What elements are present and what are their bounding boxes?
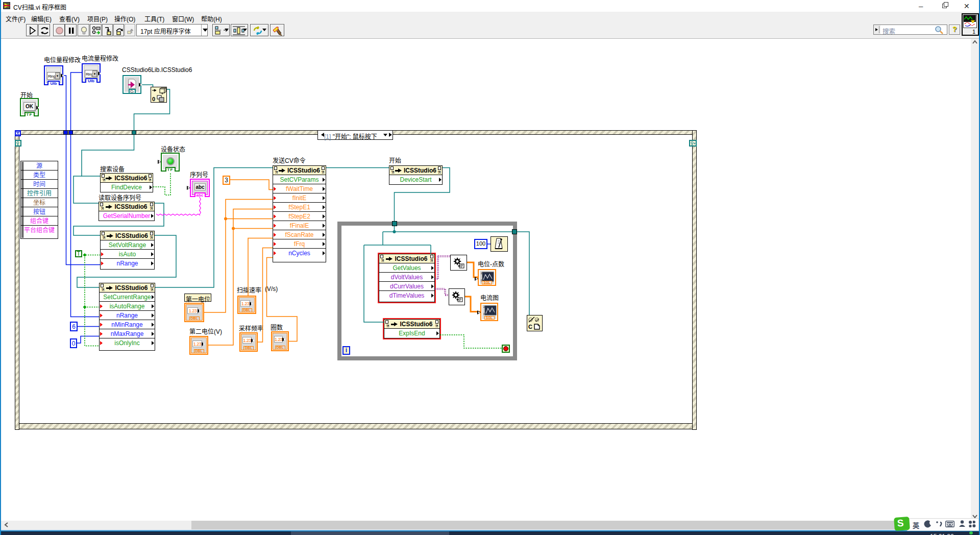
svg-text:2: 2 bbox=[483, 305, 485, 308]
svg-text:0: 0 bbox=[152, 96, 155, 102]
svg-text:0: 0 bbox=[483, 312, 485, 315]
svg-text:2: 2 bbox=[481, 272, 482, 275]
svg-text:C: C bbox=[528, 324, 532, 330]
